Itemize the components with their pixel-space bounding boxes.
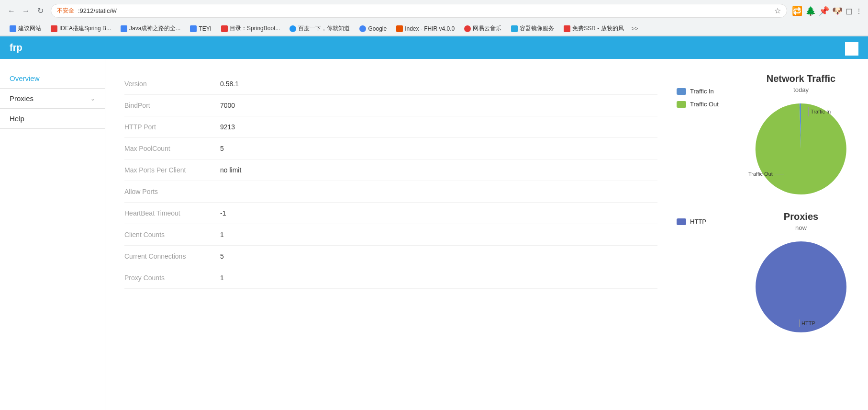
bookmark-baidu[interactable]: 百度一下，你就知道 bbox=[286, 23, 354, 34]
app-title: frp bbox=[10, 42, 22, 53]
bookmark-java[interactable]: Java成神之路的全... bbox=[117, 23, 184, 34]
user-avatar bbox=[845, 42, 858, 56]
star-icon[interactable]: ☆ bbox=[774, 6, 781, 15]
value-bindport: 7000 bbox=[220, 102, 235, 109]
info-row-proxycounts: Proxy Counts 1 bbox=[124, 267, 657, 289]
traffic-in-label-group: Traffic In bbox=[808, 107, 831, 116]
ext5-icon[interactable]: ◻ bbox=[846, 6, 853, 16]
traffic-out-label-group: Traffic Out bbox=[748, 171, 784, 177]
bookmark-label-3: Java成神之路的全... bbox=[129, 24, 180, 33]
bookmark-label-5: 目录：SpringBoot... bbox=[230, 24, 280, 33]
bookmarks-bar: 建议网站 IDEA搭建Spring B... Java成神之路的全... TEY… bbox=[0, 22, 868, 36]
label-version: Version bbox=[124, 80, 220, 88]
bookmark-label-10: 容器镜像服务 bbox=[520, 24, 554, 33]
back-button[interactable]: ← bbox=[6, 5, 17, 17]
http-chart-label: HTTP bbox=[801, 320, 815, 326]
bookmark-icon-4 bbox=[190, 25, 197, 32]
proxies-title: Proxies bbox=[784, 211, 818, 222]
address-text: :9212/static/#/ bbox=[78, 7, 770, 14]
info-row-maxpool: Max PoolCount 5 bbox=[124, 138, 657, 159]
bookmark-jianyi[interactable]: 建议网站 bbox=[6, 23, 45, 34]
legend-label-http: HTTP bbox=[690, 218, 706, 225]
legend-http: HTTP bbox=[677, 218, 734, 225]
bookmark-container[interactable]: 容器镜像服务 bbox=[507, 23, 558, 34]
main-content: Version 0.58.1 BindPort 7000 HTTP Port 9… bbox=[105, 59, 868, 410]
extensions-area: 🔁 🌲 📌 🐶 ◻ ⋮ bbox=[792, 6, 862, 16]
bookmark-icon-6 bbox=[289, 25, 296, 32]
nav-buttons: ← → ↻ bbox=[6, 5, 46, 17]
ext4-icon[interactable]: 🐶 bbox=[832, 6, 843, 16]
bookmark-teyi[interactable]: TEYI bbox=[186, 24, 215, 33]
legend-label-traffic-in: Traffic In bbox=[690, 88, 714, 95]
label-clientcounts: Client Counts bbox=[124, 231, 220, 239]
bookmark-icon-10 bbox=[511, 25, 518, 32]
bookmark-fhir[interactable]: Index - FHIR v4.0.0 bbox=[392, 24, 458, 33]
proxies-chart-container: Proxies now HTTP bbox=[753, 211, 849, 335]
info-row-maxports: Max Ports Per Client no limit bbox=[124, 159, 657, 181]
bookmark-label-4: TEYI bbox=[199, 25, 211, 32]
sidebar-item-overview[interactable]: Overview bbox=[0, 68, 105, 88]
forward-button[interactable]: → bbox=[20, 5, 32, 17]
bookmark-icon-11 bbox=[564, 25, 570, 32]
bookmark-google[interactable]: Google bbox=[356, 24, 390, 33]
proxies-subtitle: now bbox=[795, 224, 807, 231]
bookmark-icon-8 bbox=[396, 25, 403, 32]
legend-color-http bbox=[677, 218, 686, 225]
bookmark-idea[interactable]: IDEA搭建Spring B... bbox=[47, 23, 115, 34]
traffic-in-chart-label: Traffic In bbox=[811, 109, 831, 114]
label-maxports: Max Ports Per Client bbox=[124, 166, 220, 174]
info-row-connections: Current Connections 5 bbox=[124, 246, 657, 267]
bookmark-icon-2 bbox=[51, 25, 57, 32]
info-row-version: Version 0.58.1 bbox=[124, 73, 657, 95]
label-heartbeat: HeartBeat Timeout bbox=[124, 209, 220, 217]
value-maxpool: 5 bbox=[220, 145, 224, 152]
traffic-out-chart-label: Traffic Out bbox=[748, 171, 773, 177]
proxies-pie: HTTP bbox=[753, 239, 849, 335]
info-row-httpport: HTTP Port 9213 bbox=[124, 116, 657, 138]
ext3-icon[interactable]: 📌 bbox=[819, 6, 829, 16]
value-httpport: 9213 bbox=[220, 123, 235, 131]
network-traffic-title: Network Traffic bbox=[767, 73, 835, 84]
traffic-in-label-line bbox=[808, 107, 809, 116]
label-bindport: BindPort bbox=[124, 102, 220, 109]
ext1-icon[interactable]: 🔁 bbox=[792, 6, 802, 16]
http-label-group: HTTP bbox=[799, 319, 815, 327]
legend-label-traffic-out: Traffic Out bbox=[690, 101, 719, 108]
app-header: frp bbox=[0, 36, 868, 59]
security-warning: 不安全 bbox=[57, 7, 74, 15]
label-httpport: HTTP Port bbox=[124, 123, 220, 131]
sidebar-help-label: Help bbox=[10, 114, 24, 123]
legend-color-traffic-out bbox=[677, 101, 686, 108]
legend-color-traffic-in bbox=[677, 88, 686, 95]
bookmark-icon-1 bbox=[10, 25, 16, 32]
address-bar[interactable]: 不安全 :9212/static/#/ ☆ bbox=[51, 4, 787, 18]
value-heartbeat: -1 bbox=[220, 209, 226, 217]
value-version: 0.58.1 bbox=[220, 80, 239, 88]
ext2-icon[interactable]: 🌲 bbox=[805, 6, 816, 16]
bookmark-wangyi[interactable]: 网易云音乐 bbox=[460, 23, 505, 34]
browser-toolbar: ← → ↻ 不安全 :9212/static/#/ ☆ 🔁 🌲 📌 🐶 ◻ ⋮ bbox=[0, 0, 868, 22]
label-allowports: Allow Ports bbox=[124, 188, 220, 195]
bookmark-label-6: 百度一下，你就知道 bbox=[298, 24, 350, 33]
http-slice bbox=[756, 241, 846, 332]
network-traffic-chart-block: Network Traffic today bbox=[753, 73, 849, 197]
label-connections: Current Connections bbox=[124, 252, 220, 260]
network-traffic-pie: Traffic In Traffic Out bbox=[753, 101, 849, 197]
bookmark-ssr[interactable]: 免费SSR - 放牧的风 bbox=[560, 23, 627, 34]
traffic-out-label-line bbox=[775, 174, 784, 174]
bookmarks-more[interactable]: >> bbox=[632, 25, 638, 32]
bookmark-label-2: IDEA搭建Spring B... bbox=[59, 24, 111, 33]
value-clientcounts: 1 bbox=[220, 231, 224, 239]
bookmark-icon-7 bbox=[359, 25, 366, 32]
info-row-heartbeat: HeartBeat Timeout -1 bbox=[124, 203, 657, 224]
sidebar-item-help[interactable]: Help bbox=[0, 109, 105, 128]
value-maxports: no limit bbox=[220, 166, 241, 174]
sidebar-item-proxies[interactable]: Proxies ⌄ bbox=[0, 89, 105, 108]
refresh-button[interactable]: ↻ bbox=[34, 5, 46, 17]
legend-traffic-out: Traffic Out bbox=[677, 101, 734, 108]
more-icon[interactable]: ⋮ bbox=[856, 7, 862, 15]
sidebar-proxies-label: Proxies bbox=[10, 94, 33, 102]
bookmark-springboot[interactable]: 目录：SpringBoot... bbox=[217, 23, 284, 34]
bookmark-label-1: 建议网站 bbox=[18, 24, 41, 33]
browser-chrome: ← → ↻ 不安全 :9212/static/#/ ☆ 🔁 🌲 📌 🐶 ◻ ⋮ … bbox=[0, 0, 868, 36]
